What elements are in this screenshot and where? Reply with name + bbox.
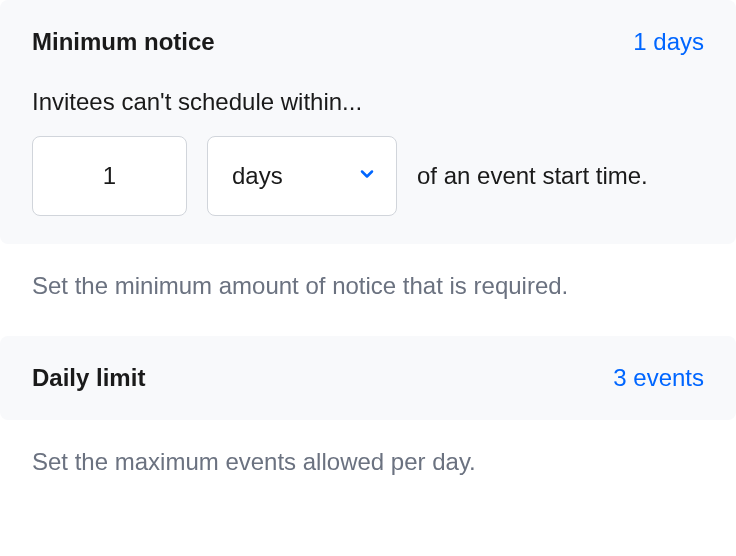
minimum-notice-section: Minimum notice 1 days Invitees can't sch… <box>0 0 736 244</box>
minimum-notice-label: Invitees can't schedule within... <box>32 88 704 116</box>
daily-limit-summary: 3 events <box>613 364 704 392</box>
notice-trailing-text: of an event start time. <box>417 158 704 194</box>
minimum-notice-description: Set the minimum amount of notice that is… <box>0 268 736 304</box>
notice-unit-select[interactable]: days <box>207 136 397 216</box>
daily-limit-section: Daily limit 3 events <box>0 336 736 420</box>
daily-limit-description: Set the maximum events allowed per day. <box>0 444 736 480</box>
notice-amount-input[interactable] <box>32 136 187 216</box>
minimum-notice-summary: 1 days <box>633 28 704 56</box>
notice-unit-select-wrapper: days <box>207 136 397 216</box>
section-spacer <box>0 304 736 336</box>
daily-limit-title: Daily limit <box>32 364 145 392</box>
minimum-notice-form-row: days of an event start time. <box>32 136 704 216</box>
minimum-notice-header: Minimum notice 1 days <box>32 28 704 56</box>
daily-limit-header: Daily limit 3 events <box>32 364 704 392</box>
minimum-notice-title: Minimum notice <box>32 28 215 56</box>
